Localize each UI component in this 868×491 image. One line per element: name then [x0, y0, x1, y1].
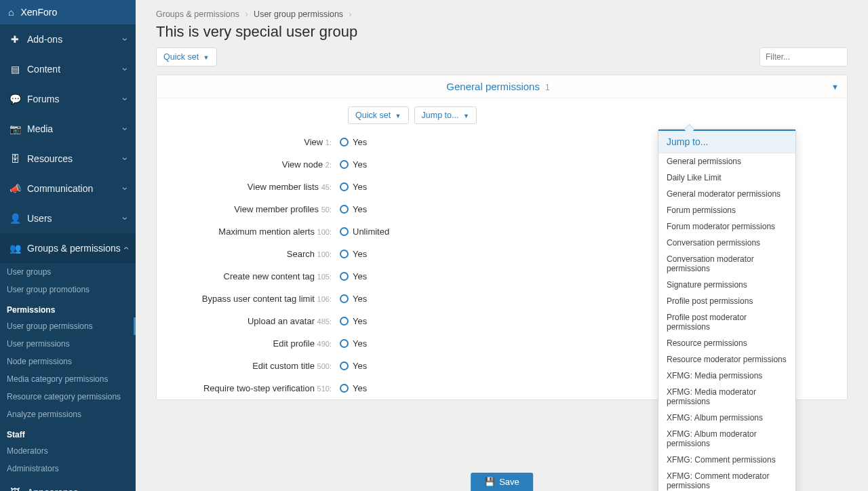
sidebar-item-label: Content	[27, 64, 60, 75]
dropdown-item[interactable]: XFMG: Album moderator permissions	[658, 426, 795, 452]
sidebar-item-appearance[interactable]: 🖼 Appearance	[0, 477, 136, 491]
sidebar-item-forums[interactable]: 💬Forums	[0, 84, 136, 114]
sidebar-header[interactable]: ⌂ XenForo	[0, 0, 136, 24]
permission-value[interactable]: Yes	[340, 316, 367, 326]
dropdown-item[interactable]: Profile post moderator permissions	[658, 309, 795, 335]
sidebar-subitem[interactable]: Node permissions	[0, 353, 136, 370]
permission-value[interactable]: Yes	[340, 159, 367, 170]
dropdown-item[interactable]: Conversation moderator permissions	[658, 251, 795, 277]
dropdown-item[interactable]: Forum moderator permissions	[658, 218, 795, 235]
radio-icon[interactable]	[340, 138, 349, 146]
chevron-down-icon	[124, 64, 127, 75]
breadcrumb-current[interactable]: User group permissions	[254, 9, 343, 19]
permission-label: Edit profile 490:	[157, 338, 340, 349]
permission-value[interactable]: Yes	[340, 383, 367, 393]
sidebar: ⌂ XenForo ✚Add-ons▤Content💬Forums📷Media🗄…	[0, 0, 136, 491]
panel-header[interactable]: General permissions 1 ▼	[157, 75, 847, 98]
dropdown-item[interactable]: XFMG: Media permissions	[658, 368, 795, 384]
quick-set-button[interactable]: Quick set ▼	[156, 47, 217, 66]
permission-value[interactable]: Yes	[340, 338, 367, 349]
sidebar-item-content[interactable]: ▤Content	[0, 54, 136, 84]
sidebar-item-groups-permissions[interactable]: 👥 Groups & permissions	[0, 233, 136, 263]
sidebar-item-label: Users	[27, 213, 52, 224]
section-icon: 💬	[8, 94, 22, 104]
permission-value[interactable]: Yes	[340, 137, 367, 147]
main-content: Groups & permissions › User group permis…	[136, 0, 868, 491]
sidebar-item-resources[interactable]: 🗄Resources	[0, 144, 136, 174]
sidebar-item-label: Resources	[27, 153, 73, 164]
dropdown-item[interactable]: Daily Like Limit	[658, 170, 795, 186]
radio-icon[interactable]	[340, 384, 349, 393]
sidebar-subitem[interactable]: Resource category permissions	[0, 388, 136, 406]
dropdown-item[interactable]: XFMG: Comment moderator permissions	[658, 468, 795, 491]
permission-value[interactable]: Yes	[340, 294, 367, 304]
sidebar-item-label: Groups & permissions	[27, 243, 121, 254]
sidebar-subitem[interactable]: Moderators	[0, 442, 136, 460]
radio-icon[interactable]	[340, 182, 349, 191]
dropdown-item[interactable]: General permissions	[658, 153, 795, 170]
radio-icon[interactable]	[340, 361, 349, 370]
permission-label: View node 2:	[157, 159, 340, 170]
save-button[interactable]: 💾 Save	[471, 473, 533, 491]
sidebar-subitem[interactable]: Analyze permissions	[0, 406, 136, 423]
section-icon: 👤	[8, 213, 22, 224]
section-icon: 🗄	[8, 153, 22, 164]
permission-value[interactable]: Yes	[340, 271, 367, 281]
dropdown-item[interactable]: Profile post permissions	[658, 293, 795, 309]
sidebar-item-communication[interactable]: 📣Communication	[0, 174, 136, 203]
section-icon: ▤	[8, 64, 22, 75]
jump-to-button[interactable]: Jump to... ▼	[414, 106, 477, 124]
sidebar-item-add-ons[interactable]: ✚Add-ons	[0, 24, 136, 54]
sidebar-subitem[interactable]: Media category permissions	[0, 370, 136, 388]
sidebar-subitem[interactable]: Administrators	[0, 460, 136, 477]
permission-label: Maximum mention alerts 100:	[157, 227, 340, 237]
permission-value[interactable]: Yes	[340, 182, 367, 192]
dropdown-item[interactable]: XFMG: Comment permissions	[658, 452, 795, 468]
permission-value[interactable]: Yes	[340, 249, 367, 259]
radio-icon[interactable]	[340, 317, 349, 326]
permission-label: View member lists 45:	[157, 182, 340, 192]
caret-down-icon[interactable]: ▼	[831, 83, 839, 91]
chevron-right-icon: ›	[349, 9, 352, 19]
sidebar-subitem[interactable]: User group promotions	[0, 281, 136, 298]
sidebar-item-media[interactable]: 📷Media	[0, 114, 136, 144]
sidebar-item-users[interactable]: 👤Users	[0, 203, 136, 233]
dropdown-item[interactable]: Conversation permissions	[658, 235, 795, 251]
radio-icon[interactable]	[340, 250, 349, 258]
sidebar-subitem[interactable]: User groups	[0, 263, 136, 281]
permissions-heading: Permissions	[0, 298, 136, 317]
chevron-up-icon	[124, 243, 127, 254]
filter-input[interactable]	[760, 47, 848, 66]
caret-down-icon: ▼	[463, 113, 469, 119]
chevron-down-icon	[124, 34, 127, 45]
dropdown-item[interactable]: Forum permissions	[658, 202, 795, 218]
chevron-down-icon	[124, 183, 127, 194]
permission-label: Require two-step verification 510:	[157, 383, 340, 393]
radio-icon[interactable]	[340, 339, 349, 348]
dropdown-item[interactable]: Signature permissions	[658, 277, 795, 293]
permission-label: Search 100:	[157, 249, 340, 259]
dropdown-item[interactable]: Resource moderator permissions	[658, 351, 795, 368]
permission-label: Create new content tag 105:	[157, 271, 340, 281]
sidebar-subitem[interactable]: User permissions	[0, 335, 136, 353]
radio-icon[interactable]	[340, 205, 349, 214]
dropdown-item[interactable]: General moderator permissions	[658, 186, 795, 202]
home-icon: ⌂	[8, 7, 14, 18]
dropdown-item[interactable]: XFMG: Album permissions	[658, 410, 795, 426]
permission-value[interactable]: Yes	[340, 361, 367, 371]
sidebar-subitem[interactable]: User group permissions	[0, 317, 136, 335]
dropdown-item[interactable]: XFMG: Media moderator permissions	[658, 384, 795, 410]
dropdown-item[interactable]: Resource permissions	[658, 335, 795, 351]
permission-value[interactable]: Yes	[340, 204, 367, 214]
radio-icon[interactable]	[340, 160, 349, 169]
section-quick-set-button[interactable]: Quick set ▼	[348, 106, 409, 124]
breadcrumb-parent[interactable]: Groups & permissions	[156, 9, 239, 19]
radio-icon[interactable]	[340, 294, 349, 303]
radio-icon[interactable]	[340, 272, 349, 281]
permission-value[interactable]: Unlimited	[340, 227, 389, 237]
radio-icon[interactable]	[340, 227, 349, 236]
section-icon: ✚	[8, 34, 22, 45]
permission-label: Bypass user content tag limit 106:	[157, 294, 340, 304]
jump-to-dropdown: Jump to... General permissionsDaily Like…	[658, 129, 796, 491]
chevron-down-icon	[124, 487, 127, 491]
